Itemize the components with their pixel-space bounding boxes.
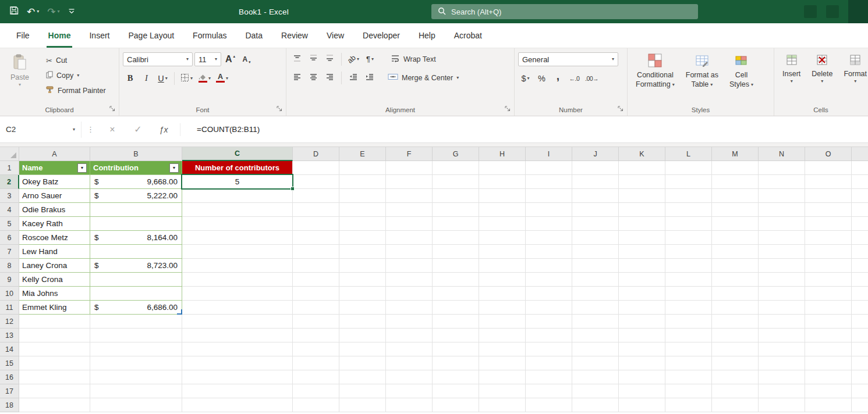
row-header-10[interactable]: 10 [0,287,19,301]
cell-I2[interactable] [526,175,572,189]
cell-N18[interactable] [759,398,805,412]
cell-A1[interactable]: Name▼ [19,161,90,175]
italic-button[interactable]: I [139,72,154,85]
cell-H13[interactable] [479,329,526,342]
cell-A12[interactable] [19,315,90,329]
cell-L15[interactable] [665,356,712,370]
column-header-M[interactable]: M [712,147,759,161]
enter-button[interactable]: ✓ [125,122,151,138]
cell-M18[interactable] [712,398,759,412]
copy-button[interactable]: Copy ▾ [44,69,108,82]
accounting-format-button[interactable]: $▾ [518,72,533,85]
cell-styles-dropdown-icon[interactable]: ▾ [751,83,753,87]
cell-J6[interactable] [572,231,619,245]
text-direction-dropdown-icon[interactable]: ▾ [371,57,374,62]
cell-G15[interactable] [433,356,479,370]
cell-L13[interactable] [665,329,712,342]
cell-F4[interactable] [386,203,433,217]
cell-M14[interactable] [712,342,759,356]
cell-D17[interactable] [293,384,339,398]
cell-B13[interactable] [90,329,182,342]
row-header-18[interactable]: 18 [0,398,19,412]
cell-P1[interactable] [852,161,868,175]
column-header-E[interactable]: E [339,147,386,161]
cell-G5[interactable] [433,217,479,231]
column-header-N[interactable]: N [759,147,805,161]
cell-J12[interactable] [572,315,619,329]
row-header-13[interactable]: 13 [0,329,19,342]
cell-M17[interactable] [712,384,759,398]
conditional-formatting-button[interactable]: Conditional Formatting▾ [631,52,679,90]
cell-B3[interactable]: $5,222.00 [90,189,182,203]
paste-dropdown-icon[interactable]: ▾ [19,83,21,87]
merge-center-dropdown-icon[interactable]: ▾ [456,76,459,80]
table-resize-handle[interactable] [177,309,182,315]
cell-F13[interactable] [386,329,433,342]
cell-C7[interactable] [182,245,293,259]
cell-N11[interactable] [759,301,805,315]
cell-H5[interactable] [479,217,526,231]
cell-M6[interactable] [712,231,759,245]
cell-A17[interactable] [19,384,90,398]
menu-tab-home[interactable]: Home [39,23,80,48]
redo-button[interactable]: ↷▾ [44,3,63,20]
cell-A6[interactable]: Roscoe Metz [19,231,90,245]
cell-F10[interactable] [386,287,433,301]
cell-A13[interactable] [19,329,90,342]
cell-L10[interactable] [665,287,712,301]
cell-B7[interactable] [90,245,182,259]
cell-K8[interactable] [619,259,665,273]
cell-D16[interactable] [293,370,339,384]
cell-I16[interactable] [526,370,572,384]
cell-K17[interactable] [619,384,665,398]
cell-H12[interactable] [479,315,526,329]
cell-J3[interactable] [572,189,619,203]
insert-function-button[interactable]: ƒx [151,122,176,138]
cell-K11[interactable] [619,301,665,315]
cell-G9[interactable] [433,273,479,287]
cell-O10[interactable] [805,287,852,301]
decrease-font-size-button[interactable]: A▾ [239,53,254,66]
cell-H8[interactable] [479,259,526,273]
cell-A5[interactable]: Kacey Rath [19,217,90,231]
cell-K6[interactable] [619,231,665,245]
bold-button[interactable]: B [123,72,137,85]
cell-D13[interactable] [293,329,339,342]
cell-C3[interactable] [182,189,293,203]
insert-dropdown-icon[interactable]: ▾ [791,79,793,84]
cell-D5[interactable] [293,217,339,231]
cell-J1[interactable] [572,161,619,175]
cell-N12[interactable] [759,315,805,329]
cell-N2[interactable] [759,175,805,189]
cell-D1[interactable] [293,161,339,175]
cell-E16[interactable] [339,370,386,384]
cell-G18[interactable] [433,398,479,412]
cell-K9[interactable] [619,273,665,287]
cell-E14[interactable] [339,342,386,356]
cell-E7[interactable] [339,245,386,259]
cell-C2[interactable]: 5 [182,175,293,189]
cell-D3[interactable] [293,189,339,203]
cell-F6[interactable] [386,231,433,245]
cell-F3[interactable] [386,189,433,203]
cell-K16[interactable] [619,370,665,384]
cell-P10[interactable] [852,287,868,301]
cell-E11[interactable] [339,301,386,315]
cell-O3[interactable] [805,189,852,203]
cell-I7[interactable] [526,245,572,259]
cell-H15[interactable] [479,356,526,370]
comma-style-button[interactable]: , [551,72,565,85]
cell-L12[interactable] [665,315,712,329]
cell-N8[interactable] [759,259,805,273]
cell-O7[interactable] [805,245,852,259]
cell-N1[interactable] [759,161,805,175]
cell-D2[interactable] [293,175,339,189]
cell-A15[interactable] [19,356,90,370]
cell-B18[interactable] [90,398,182,412]
cell-G10[interactable] [433,287,479,301]
cell-P13[interactable] [852,329,868,342]
cell-B16[interactable] [90,370,182,384]
format-painter-button[interactable]: Format Painter [44,84,108,97]
cell-C11[interactable] [182,301,293,315]
cell-C15[interactable] [182,356,293,370]
